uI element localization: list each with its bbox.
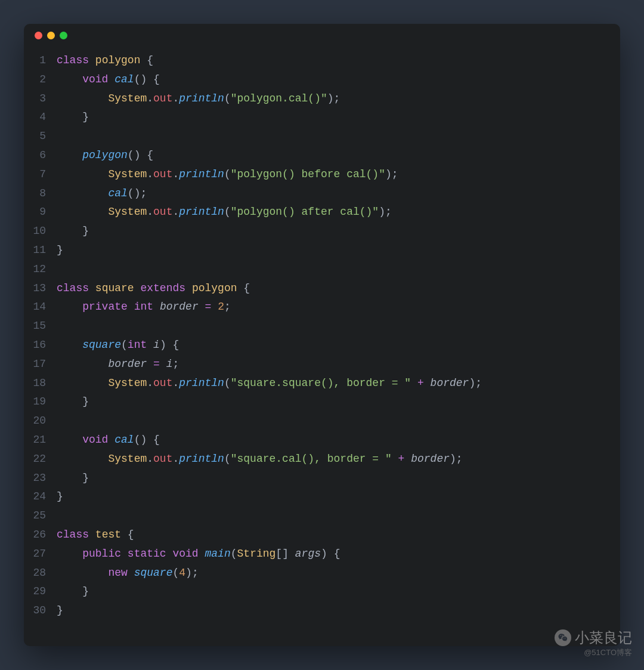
code-line: 6 polygon() {	[24, 146, 620, 165]
code-line: 12	[24, 260, 620, 279]
code-line: 22 System.out.println("square.cal(), bor…	[24, 450, 620, 469]
code-line: 15	[24, 317, 620, 336]
line-number: 23	[24, 469, 57, 488]
code-line: 29 }	[24, 582, 620, 601]
code-line: 20	[24, 412, 620, 431]
code-line: 25	[24, 507, 620, 526]
line-number: 7	[24, 165, 57, 184]
line-number: 30	[24, 601, 57, 620]
line-number: 16	[24, 336, 57, 355]
code-line: 11}	[24, 241, 620, 260]
line-number: 4	[24, 108, 57, 127]
code-line: 4 }	[24, 108, 620, 127]
watermark: 小菜良记 @51CTO博客	[555, 628, 632, 658]
code-line: 13class square extends polygon {	[24, 279, 620, 298]
titlebar	[24, 24, 620, 47]
line-number: 27	[24, 545, 57, 564]
code-line: 17 border = i;	[24, 355, 620, 374]
code-line: 19 }	[24, 393, 620, 412]
wechat-icon	[555, 629, 571, 646]
minimize-icon[interactable]	[47, 32, 55, 39]
line-number: 22	[24, 450, 57, 469]
code-line: 3 System.out.println("polygon.cal()");	[24, 89, 620, 109]
line-number: 14	[24, 298, 57, 317]
line-number: 15	[24, 317, 57, 336]
code-line: 10 }	[24, 222, 620, 241]
line-number: 2	[24, 70, 57, 89]
code-line: 30}	[24, 601, 620, 620]
line-number: 10	[24, 222, 57, 241]
line-number: 1	[24, 51, 57, 70]
line-number: 26	[24, 526, 57, 545]
code-line: 18 System.out.println("square.square(), …	[24, 374, 620, 393]
code-line: 8 cal();	[24, 184, 620, 203]
line-number: 29	[24, 582, 57, 601]
line-number: 17	[24, 355, 57, 374]
zoom-icon[interactable]	[60, 32, 67, 39]
code-line: 5	[24, 127, 620, 146]
line-number: 20	[24, 412, 57, 431]
line-number: 5	[24, 127, 57, 146]
line-number: 25	[24, 507, 57, 526]
line-number: 18	[24, 374, 57, 393]
line-number: 6	[24, 146, 57, 165]
code-line: 24}	[24, 487, 620, 507]
code-line: 14 private int border = 2;	[24, 298, 620, 317]
line-number: 21	[24, 431, 57, 450]
code-line: 9 System.out.println("polygon() after ca…	[24, 203, 620, 222]
line-number: 3	[24, 89, 57, 109]
code-line: 21 void cal() {	[24, 431, 620, 450]
watermark-sub: @51CTO博客	[584, 647, 632, 658]
line-number: 12	[24, 260, 57, 279]
line-number: 13	[24, 279, 57, 298]
code-line: 2 void cal() {	[24, 70, 620, 89]
code-line: 23 }	[24, 469, 620, 488]
line-number: 11	[24, 241, 57, 260]
code-line: 7 System.out.println("polygon() before c…	[24, 165, 620, 184]
code-line: 1class polygon {	[24, 51, 620, 70]
close-icon[interactable]	[35, 32, 42, 39]
code-window: 1class polygon { 2 void cal() { 3 System…	[24, 24, 620, 646]
line-number: 19	[24, 393, 57, 412]
code-line: 27 public static void main(String[] args…	[24, 545, 620, 564]
watermark-text: 小菜良记	[575, 628, 632, 647]
code-line: 26class test {	[24, 526, 620, 545]
line-number: 24	[24, 487, 57, 507]
code-line: 28 new square(4);	[24, 564, 620, 583]
code-line: 16 square(int i) {	[24, 336, 620, 355]
code-editor[interactable]: 1class polygon { 2 void cal() { 3 System…	[24, 47, 620, 632]
line-number: 9	[24, 203, 57, 222]
line-number: 8	[24, 184, 57, 203]
line-number: 28	[24, 564, 57, 583]
